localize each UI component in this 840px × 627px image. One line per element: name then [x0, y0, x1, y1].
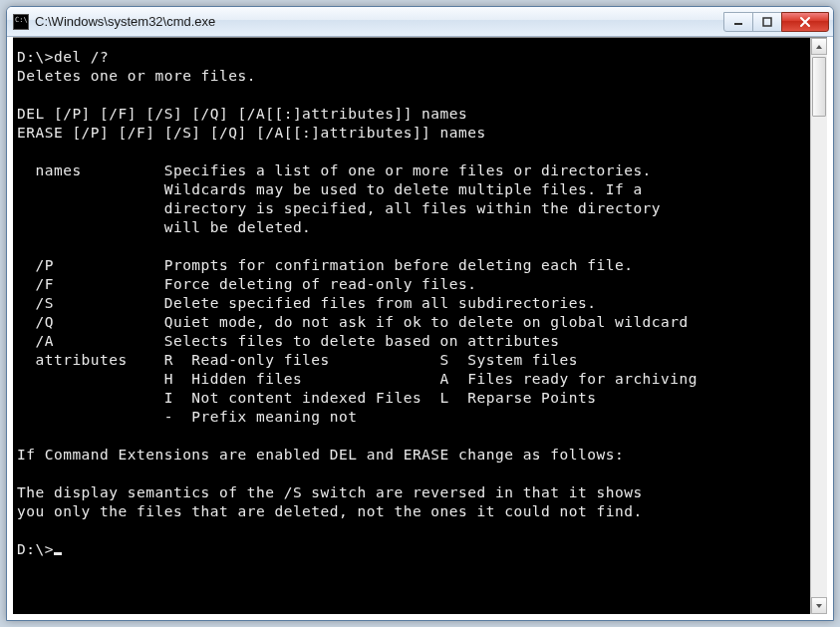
client-area: D:\>del /? Deletes one or more files. DE… — [13, 37, 827, 614]
scroll-thumb[interactable] — [812, 57, 826, 117]
console-output[interactable]: D:\>del /? Deletes one or more files. DE… — [13, 38, 810, 614]
chevron-up-icon — [815, 43, 823, 51]
close-button[interactable] — [781, 12, 829, 32]
close-icon — [799, 16, 811, 28]
chevron-down-icon — [815, 602, 823, 610]
cmd-icon — [13, 14, 29, 30]
maximize-icon — [762, 17, 772, 27]
titlebar[interactable]: C:\Windows\system32\cmd.exe — [7, 7, 833, 37]
window-buttons — [724, 12, 829, 32]
svg-rect-0 — [734, 23, 742, 25]
scroll-track[interactable] — [811, 55, 827, 597]
minimize-icon — [733, 17, 743, 27]
cmd-window: C:\Windows\system32\cmd.exe D:\>del /? D… — [6, 6, 834, 621]
maximize-button[interactable] — [752, 12, 782, 32]
svg-rect-1 — [763, 18, 771, 26]
scroll-down-button[interactable] — [811, 597, 827, 614]
window-title: C:\Windows\system32\cmd.exe — [35, 14, 724, 29]
vertical-scrollbar[interactable] — [810, 38, 827, 614]
scroll-up-button[interactable] — [811, 38, 827, 55]
text-cursor — [54, 552, 62, 555]
minimize-button[interactable] — [723, 12, 753, 32]
